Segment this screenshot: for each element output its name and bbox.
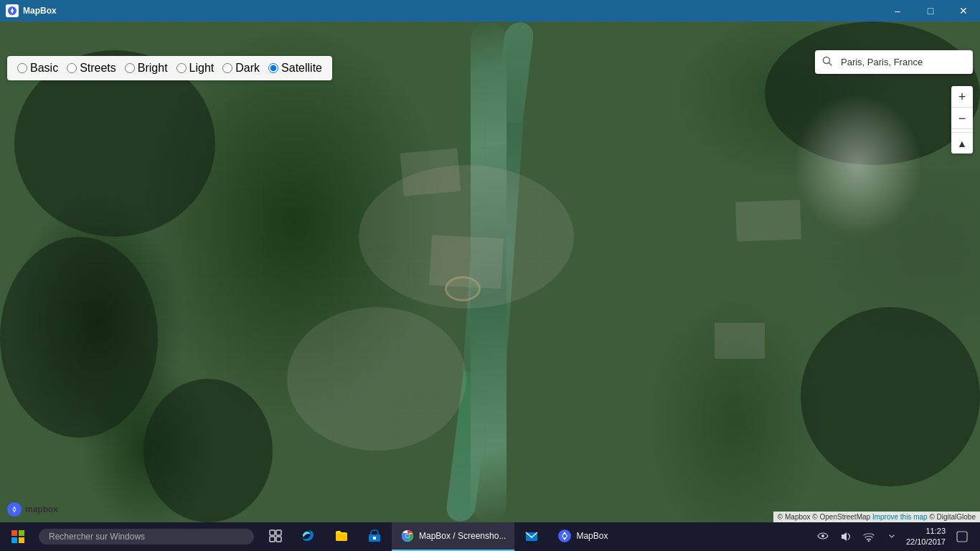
style-label-bright: Bright <box>138 62 168 75</box>
taskbar-apps: MapBox / Screensho... MapBox <box>257 522 814 551</box>
building-cluster-1 <box>400 149 461 197</box>
app-logo <box>6 4 19 17</box>
style-label-light: Light <box>189 62 215 75</box>
style-label-streets: Streets <box>80 62 116 75</box>
zoom-out-button[interactable]: − <box>951 108 973 129</box>
search-input[interactable] <box>838 51 964 73</box>
style-option-satellite[interactable]: Satellite <box>268 62 322 75</box>
mapbox-logo-icon <box>7 502 22 517</box>
app-title: MapBox <box>23 6 57 16</box>
style-label-dark: Dark <box>235 62 260 75</box>
taskbar-mapbox-label: MapBox <box>576 531 608 541</box>
title-bar-left: MapBox <box>0 4 57 17</box>
attribution-text: © Mapbox © OpenStreetMap <box>778 513 872 521</box>
taskbar-chrome[interactable]: MapBox / Screensho... <box>392 522 514 551</box>
maximize-button[interactable]: □ <box>914 0 947 22</box>
svg-point-4 <box>14 509 16 511</box>
compass-button[interactable]: ▲ <box>951 132 973 154</box>
svg-rect-5 <box>11 530 17 536</box>
notification-center[interactable] <box>951 526 973 547</box>
style-label-satellite: Satellite <box>281 62 322 75</box>
zoom-controls: + − ▲ <box>951 86 973 154</box>
radio-bright[interactable] <box>125 63 135 73</box>
minimize-button[interactable]: – <box>881 0 914 22</box>
taskbar-store[interactable] <box>359 522 390 551</box>
style-option-dark[interactable]: Dark <box>222 62 260 75</box>
clock-date: 22/10/2017 <box>906 537 946 547</box>
mapbox-app-icon <box>557 529 572 543</box>
taskbar-explorer[interactable] <box>326 522 357 551</box>
search-icon <box>815 50 838 74</box>
terrain-patch-5 <box>143 379 273 522</box>
taskbar-task-view[interactable] <box>260 522 291 551</box>
radio-dark[interactable] <box>222 63 232 73</box>
svg-rect-6 <box>19 530 24 536</box>
style-option-streets[interactable]: Streets <box>67 62 116 75</box>
window-controls: – □ ✕ <box>881 0 980 22</box>
style-label-basic: Basic <box>30 62 58 75</box>
svg-rect-9 <box>270 530 275 535</box>
svg-rect-12 <box>276 537 281 542</box>
style-option-basic[interactable]: Basic <box>17 62 58 75</box>
system-tray: 11:23 22/10/2017 <box>814 526 980 548</box>
attribution-digitalglobe: © DigitalGlobe <box>929 513 976 521</box>
svg-point-17 <box>406 534 410 538</box>
terrain-patch-2 <box>0 237 158 438</box>
svg-rect-23 <box>957 532 967 542</box>
mapbox-logo: mapbox <box>7 502 58 517</box>
mapbox-logo-text: mapbox <box>25 504 58 514</box>
map-attribution: © Mapbox © OpenStreetMap Improve this ma… <box>773 512 980 522</box>
edge-icon <box>301 529 316 543</box>
style-option-bright[interactable]: Bright <box>125 62 168 75</box>
svg-point-21 <box>821 534 824 537</box>
volume-icon[interactable] <box>837 528 854 545</box>
svg-line-2 <box>829 63 832 66</box>
svg-point-22 <box>868 540 870 542</box>
svg-rect-7 <box>11 537 17 543</box>
svg-rect-8 <box>19 537 24 543</box>
stadium <box>445 276 481 301</box>
terrain-patch-4 <box>801 307 980 486</box>
radio-satellite[interactable] <box>268 63 278 73</box>
snow-area <box>793 93 923 237</box>
clock-time: 11:23 <box>906 526 946 537</box>
mail-icon <box>524 529 539 543</box>
title-bar: MapBox – □ ✕ <box>0 0 980 22</box>
map-style-selector: Basic Streets Bright Light Dark Satellit… <box>7 56 332 80</box>
taskbar-edge[interactable] <box>293 522 324 551</box>
map-container[interactable]: Basic Streets Bright Light Dark Satellit… <box>0 22 980 522</box>
zoom-in-button[interactable]: + <box>951 86 973 108</box>
taskbar-mail[interactable] <box>516 522 547 551</box>
style-option-light[interactable]: Light <box>176 62 215 75</box>
explorer-icon <box>334 529 349 543</box>
taskbar-mapbox-app[interactable]: MapBox <box>549 522 616 551</box>
system-clock[interactable]: 11:23 22/10/2017 <box>906 526 946 548</box>
network-icon[interactable] <box>814 528 831 545</box>
search-box[interactable]: ✕ <box>815 50 973 74</box>
taskbar-chrome-label: MapBox / Screensho... <box>419 531 506 541</box>
radio-basic[interactable] <box>17 63 27 73</box>
taskbar-search-text: Rechercher sur Windows <box>49 532 145 542</box>
close-button[interactable]: ✕ <box>947 0 980 22</box>
building-cluster-4 <box>715 323 765 359</box>
wifi-icon[interactable] <box>860 528 877 545</box>
task-view-icon <box>268 529 283 543</box>
svg-point-20 <box>563 534 567 538</box>
radio-streets[interactable] <box>67 63 77 73</box>
search-clear-button[interactable]: ✕ <box>964 51 973 74</box>
show-hidden-icons[interactable] <box>883 528 900 545</box>
svg-rect-10 <box>276 530 281 535</box>
improve-map-link[interactable]: Improve this map <box>872 513 928 521</box>
store-icon <box>367 529 382 543</box>
building-cluster-3 <box>735 199 801 241</box>
start-button[interactable] <box>0 522 36 551</box>
taskbar: Rechercher sur Windows <box>0 522 980 551</box>
taskbar-search[interactable]: Rechercher sur Windows <box>39 529 254 545</box>
svg-rect-14 <box>373 537 376 540</box>
svg-rect-11 <box>270 537 275 542</box>
terrain-light-2 <box>287 307 466 451</box>
chrome-icon <box>400 529 415 543</box>
radio-light[interactable] <box>176 63 187 73</box>
